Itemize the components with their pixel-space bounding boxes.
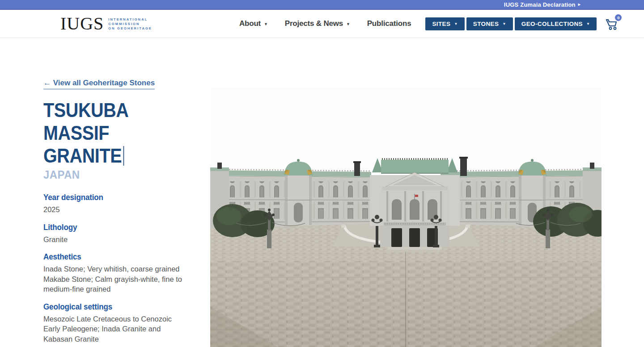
chevron-down-icon: ▼ [586,21,590,26]
sites-button[interactable]: SITES ▼ [425,17,464,30]
cart-button[interactable]: 0 [605,16,620,31]
stones-button[interactable]: STONES ▼ [466,17,513,30]
nav-label: About [239,19,261,28]
chevron-down-icon: ▼ [264,21,268,26]
nav-buttons: SITES ▼ STONES ▼ GEO-COLLECTIONS ▼ [425,17,597,30]
section-body: 2025 [43,205,207,215]
palace-photo-illustration [210,88,602,347]
page-title: TSUKUBA MASSIF GRANITE [43,99,187,167]
nav-item-publications[interactable]: Publications [367,19,411,28]
section-lithology: Lithology Granite [43,223,207,245]
button-label: GEO-COLLECTIONS [521,21,583,27]
section-body: Inada Stone; Very whitish, coarse graine… [43,264,207,294]
chevron-down-icon: ▼ [346,21,350,26]
iugs-logo[interactable]: IUGS INTERNATIONAL COMMISSION ON GEOHERI… [60,15,152,33]
section-body: Mesozoic Late Cretaceous to Cenozoic Ear… [43,314,207,344]
section-geological-settings: Geological settings Mesozoic Late Cretac… [43,302,207,344]
nav-label: Publications [367,19,411,28]
logo-subtitle-line: ON GEOHERITAGE [108,26,152,30]
geo-collections-button[interactable]: GEO-COLLECTIONS ▼ [515,17,597,30]
announcement-text: IUGS Zumaia Declaration [504,1,576,8]
title-line: GRANITE [43,144,187,167]
section-year-designation: Year designation 2025 [43,193,207,215]
text-cursor [123,146,124,166]
logo-subtitle: INTERNATIONAL COMMISSION ON GEOHERITAGE [108,17,152,30]
button-label: STONES [473,21,499,27]
header: IUGS INTERNATIONAL COMMISSION ON GEOHERI… [0,10,644,38]
button-label: SITES [432,21,450,27]
arrow-right-icon: ▸ [578,2,580,7]
section-heading: Lithology [43,223,199,232]
title-line: MASSIF [43,121,187,144]
chevron-down-icon: ▼ [454,21,458,26]
section-aesthetics: Aesthetics Inada Stone; Very whitish, co… [43,252,207,294]
title-line: TSUKUBA [43,99,187,121]
cart-count-badge: 0 [615,14,622,21]
chevron-down-icon: ▼ [502,21,506,26]
section-heading: Aesthetics [43,252,199,262]
section-heading: Year designation [43,193,199,202]
logo-acronym: IUGS [60,15,104,33]
back-to-stones-link[interactable]: ← View all Geoheritage Stones [43,79,155,89]
nav-item-about[interactable]: About ▼ [239,19,268,28]
nav-label: Projects & News [285,19,343,28]
logo-subtitle-line: INTERNATIONAL [108,17,152,21]
section-heading: Geological settings [43,302,199,312]
country-label: JAPAN [43,168,194,182]
section-body: Granite [43,234,207,245]
nav-item-projects-news[interactable]: Projects & News ▼ [285,19,350,28]
info-sections: Year designation 2025 Lithology Granite … [43,193,207,344]
announcement-link[interactable]: IUGS Zumaia Declaration ▸ [504,1,580,8]
stone-detail-panel: ← View all Geoheritage Stones TSUKUBA MA… [43,79,207,347]
page: IUGS Zumaia Declaration ▸ IUGS INTERNATI… [0,0,644,347]
announcement-bar: IUGS Zumaia Declaration ▸ [0,0,644,10]
logo-subtitle-line: COMMISSION [108,22,152,26]
palace-photo [210,88,602,347]
main-nav: About ▼ Projects & News ▼ Publications [239,19,411,28]
